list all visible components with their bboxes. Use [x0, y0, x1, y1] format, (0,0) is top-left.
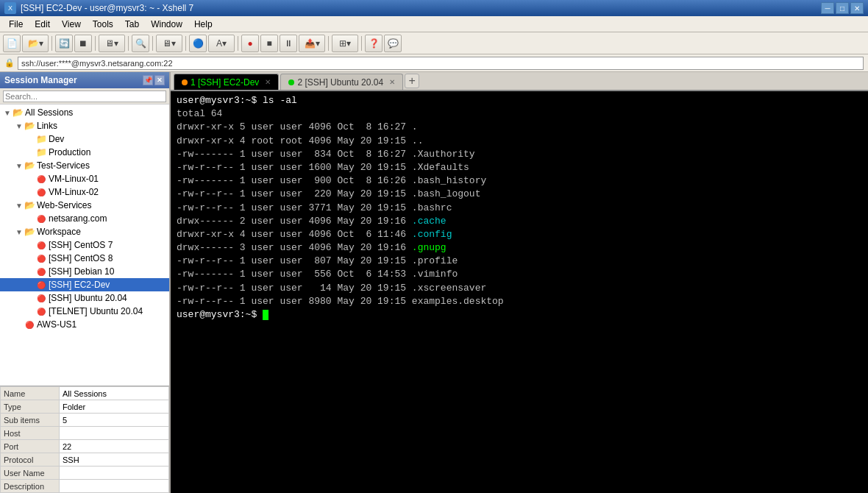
tree-label-centos8: [SSH] CentOS 8	[49, 253, 113, 263]
table-row: Sub items5	[1, 414, 169, 427]
terminal-line: total 64	[177, 107, 862, 121]
tree-item-centos8[interactable]: 🔴[SSH] CentOS 8	[0, 252, 169, 265]
tree-item-ubuntu2004[interactable]: 🔴[SSH] Ubuntu 20.04	[0, 291, 169, 305]
address-input[interactable]	[18, 57, 864, 70]
tree-item-netsarang[interactable]: 🔴netsarang.com	[0, 212, 169, 225]
prop-value: Folder	[60, 400, 169, 414]
tree-arrow-links: ▼	[15, 121, 24, 130]
ssh-icon-ubuntu2004: 🔴	[35, 292, 47, 304]
tree-label-test-services: Test-Services	[37, 160, 90, 171]
menu-tools[interactable]: Tools	[87, 18, 119, 31]
ssh-icon-netsarang: 🔴	[35, 213, 47, 224]
menu-tab[interactable]: Tab	[119, 18, 145, 31]
table-row: NameAll Sessions	[1, 387, 169, 400]
tree-item-vm-linux-01[interactable]: 🔴VM-Linux-01	[0, 172, 169, 185]
prop-label: Sub items	[1, 414, 60, 427]
terminal-line: -rw------- 1 user user 556 Oct 6 14:53 .…	[177, 268, 862, 281]
session-search-input[interactable]	[3, 91, 166, 102]
prop-value	[60, 467, 169, 480]
folder-icon-dev: 📁	[35, 133, 47, 145]
ssh-icon-vm-linux-01: 🔴	[35, 173, 47, 185]
ssh-icon-ec2dev: 🔴	[35, 279, 47, 291]
tab-close-tab1[interactable]: ✕	[265, 78, 271, 86]
tree-item-centos7[interactable]: 🔴[SSH] CentOS 7	[0, 238, 169, 252]
session-search-bar	[0, 88, 169, 104]
toolbar-red-circle[interactable]: ●	[241, 35, 259, 52]
toolbar-chat[interactable]: 💬	[384, 35, 402, 52]
prop-value: SSH	[60, 453, 169, 467]
toolbar-refresh[interactable]: 🔄	[55, 35, 73, 52]
folder-icon-workspace: 📂	[24, 226, 35, 238]
toolbar-grid[interactable]: ⊞▾	[332, 35, 358, 52]
menu-window[interactable]: Window	[145, 18, 188, 31]
tab-tab1[interactable]: 1 [SSH] EC2-Dev✕	[174, 74, 279, 90]
tree-arrow-ec2dev	[26, 280, 35, 289]
tree-item-ec2dev[interactable]: 🔴[SSH] EC2-Dev	[0, 278, 169, 291]
tree-item-web-services[interactable]: ▼📂Web-Services	[0, 199, 169, 212]
prop-label: Type	[1, 400, 60, 414]
toolbar-search[interactable]: 🔍	[132, 35, 149, 52]
ssh-icon-aws-us1: 🔴	[24, 319, 35, 330]
tree-arrow-web-services: ▼	[15, 201, 24, 210]
toolbar-stop[interactable]: ⏹	[74, 35, 92, 52]
tree-item-aws-us1[interactable]: 🔴AWS-US1	[0, 318, 169, 331]
tree-item-all-sessions[interactable]: ▼📂All Sessions	[0, 106, 169, 119]
tree-arrow-vm-linux-01	[26, 174, 35, 183]
tree-item-telnet-ubuntu[interactable]: 🔴[TELNET] Ubuntu 20.04	[0, 305, 169, 318]
prop-value: 5	[60, 414, 169, 427]
ssh-icon-debian10: 🔴	[35, 266, 47, 277]
menu-view[interactable]: View	[56, 18, 87, 31]
tree-item-dev[interactable]: 📁Dev	[0, 132, 169, 146]
title-bar-controls: ─ □ ✕	[821, 2, 864, 14]
toolbar-help[interactable]: ❓	[365, 35, 383, 52]
folder-icon-links: 📂	[24, 120, 35, 132]
tree-arrow-dev	[26, 135, 35, 143]
toolbar-font[interactable]: A▾	[208, 35, 235, 52]
toolbar-transfer[interactable]: 📤▾	[299, 35, 325, 52]
session-pin-button[interactable]: 📌	[143, 75, 153, 85]
session-panel: Session Manager 📌 ✕ ▼📂All Sessions▼📂Link…	[0, 72, 171, 493]
minimize-button[interactable]: ─	[821, 2, 834, 14]
app-icon: X	[4, 2, 16, 14]
session-header-controls: 📌 ✕	[143, 75, 165, 85]
tree-label-ubuntu2004: [SSH] Ubuntu 20.04	[49, 293, 127, 303]
menu-edit[interactable]: Edit	[29, 18, 56, 31]
table-row: User Name	[1, 467, 169, 480]
menu-file[interactable]: File	[3, 18, 29, 31]
toolbar-new-file[interactable]: 📄	[3, 35, 21, 52]
tree-item-production[interactable]: 📁Production	[0, 146, 169, 159]
terminal-cursor-line[interactable]: user@mysvr3:~$	[177, 308, 862, 322]
menu-bar: File Edit View Tools Tab Window Help	[0, 16, 868, 32]
session-close-button[interactable]: ✕	[154, 75, 165, 85]
title-bar-text: [SSH] EC2-Dev - user@mysvr3: ~ - Xshell …	[21, 3, 817, 13]
maximize-button[interactable]: □	[836, 2, 849, 14]
close-button[interactable]: ✕	[850, 2, 864, 14]
toolbar-square[interactable]: ■	[260, 35, 278, 52]
terminal-line: -rw-r--r-- 1 user user 220 May 20 19:15 …	[177, 188, 862, 201]
table-row: Port22	[1, 440, 169, 453]
tree-item-vm-linux-02[interactable]: 🔴VM-Linux-02	[0, 185, 169, 199]
toolbar-display[interactable]: 🖥▾	[156, 35, 182, 52]
toolbar-pause[interactable]: ⏸	[280, 35, 297, 52]
toolbar-sep-2	[95, 36, 96, 51]
prop-label: Description	[1, 480, 60, 493]
tab-close-tab2[interactable]: ✕	[389, 78, 395, 86]
terminal-content[interactable]: user@mysvr3:~$ ls -altotal 64drwxr-xr-x …	[171, 91, 868, 493]
tab-tab2[interactable]: 2 [SSH] Ubuntu 20.04✕	[280, 74, 403, 90]
tree-item-workspace[interactable]: ▼📂Workspace	[0, 225, 169, 238]
tree-label-netsarang: netsarang.com	[49, 213, 107, 224]
tree-arrow-aws-us1	[15, 320, 24, 329]
terminal-line: -rw-r--r-- 1 user user 8980 May 20 19:15…	[177, 295, 862, 308]
ssh-icon-telnet-ubuntu: 🔴	[35, 305, 47, 317]
tree-item-test-services[interactable]: ▼📂Test-Services	[0, 159, 169, 172]
tree-item-debian10[interactable]: 🔴[SSH] Debian 10	[0, 265, 169, 278]
tree-arrow-all-sessions: ▼	[3, 108, 12, 117]
toolbar-color[interactable]: 🔵	[189, 35, 207, 52]
menu-help[interactable]: Help	[188, 18, 218, 31]
toolbar-open[interactable]: 📂▾	[22, 35, 49, 52]
new-tab-button[interactable]: +	[405, 74, 419, 88]
tree-arrow-debian10	[26, 267, 35, 276]
terminal-prompt-line: user@mysvr3:~$ ls -al	[177, 94, 862, 107]
tree-item-links[interactable]: ▼📂Links	[0, 119, 169, 132]
toolbar-connect[interactable]: 🖥▾	[99, 35, 125, 52]
